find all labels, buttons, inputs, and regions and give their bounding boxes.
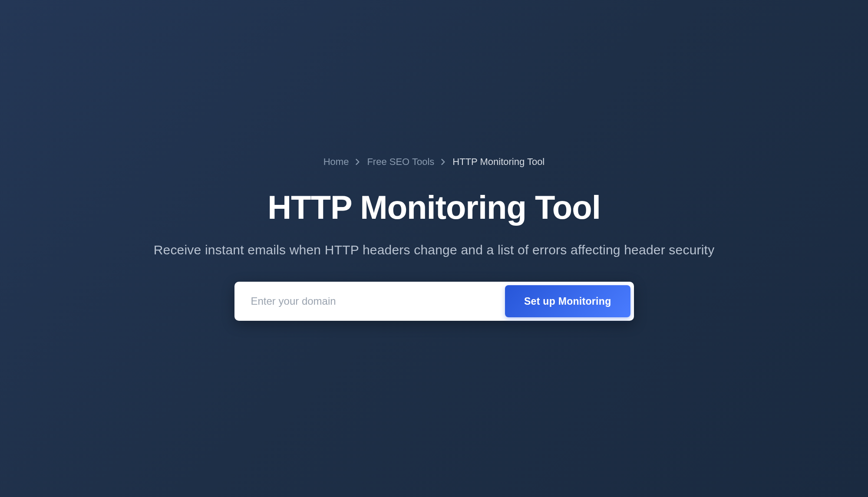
page-title: HTTP Monitoring Tool	[267, 188, 601, 226]
domain-input[interactable]	[251, 295, 505, 307]
setup-monitoring-button[interactable]: Set up Monitoring	[505, 285, 630, 317]
chevron-right-icon	[356, 159, 360, 165]
breadcrumb-link-home[interactable]: Home	[323, 156, 349, 168]
breadcrumb-current: HTTP Monitoring Tool	[452, 156, 545, 168]
domain-form: Set up Monitoring	[234, 282, 634, 321]
page-subtitle: Receive instant emails when HTTP headers…	[154, 243, 715, 257]
hero-section: Home Free SEO Tools HTTP Monitoring Tool…	[0, 156, 868, 321]
breadcrumb-link-free-seo-tools[interactable]: Free SEO Tools	[367, 156, 434, 168]
breadcrumb: Home Free SEO Tools HTTP Monitoring Tool	[323, 156, 545, 168]
chevron-right-icon	[441, 159, 446, 165]
